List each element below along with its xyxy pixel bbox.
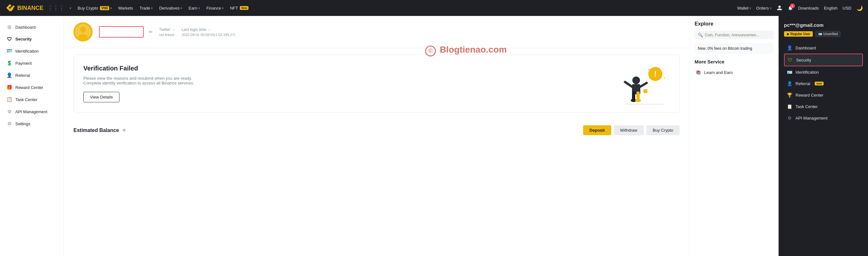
svg-line-26 (625, 82, 632, 87)
nav-finance[interactable]: Finance ▾ (204, 4, 226, 12)
profile-header: ✏ Twitter → not linked Last login time →… (64, 16, 689, 48)
sidebar-label-payment: Payment (15, 61, 32, 66)
sidebar-item-api[interactable]: ⚙ API Management (0, 106, 64, 118)
dropdown-referral[interactable]: 👤 Referral new (784, 78, 863, 89)
learn-earn-icon: 📚 (696, 70, 701, 75)
nav-markets[interactable]: Markets (116, 4, 135, 12)
unverified-badge: 🪪 Unverified (815, 31, 840, 37)
user-icon (777, 5, 782, 11)
avatar-image (75, 24, 91, 40)
twitter-link[interactable]: Twitter → (159, 28, 175, 32)
api-icon: ⚙ (6, 109, 12, 114)
dropdown-task-icon: 📋 (786, 104, 792, 109)
balance-left: Estimated Balance 👁 (73, 127, 126, 133)
svg-point-29 (635, 99, 641, 102)
sidebar-item-reward[interactable]: 🎁 Reward Center (0, 81, 64, 94)
id-badge-icon: 🪪 (818, 32, 822, 36)
nav-nft[interactable]: NFT New (227, 4, 251, 12)
learn-earn-link[interactable]: 📚 Learn and Earn (694, 68, 773, 77)
dropdown-reward-label: Reward Center (796, 93, 823, 98)
sidebar-item-task[interactable]: 📋 Task Center (0, 94, 64, 106)
dropdown-id-icon: 🪪 (786, 70, 792, 75)
main-content: ✏ Twitter → not linked Last login time →… (64, 16, 689, 256)
referral-icon: 👤 (6, 72, 12, 78)
svg-point-15 (80, 27, 86, 33)
svg-text:✦: ✦ (651, 80, 652, 82)
orders-link[interactable]: Orders ▾ (756, 6, 772, 10)
balance-eye-icon[interactable]: 👁 (122, 128, 126, 133)
topnav: BINANCE ⋮⋮⋮ ▾ Buy Crypto VND ▾ Markets T… (0, 0, 868, 16)
balance-section: Estimated Balance 👁 Deposit Withdraw Buy… (64, 119, 689, 142)
settings-icon: ⚙ (6, 121, 12, 126)
login-time-link[interactable]: Last login time → (182, 28, 235, 32)
dropdown-identification[interactable]: 🪪 Identification (784, 66, 863, 78)
user-icon-link[interactable] (777, 5, 782, 11)
theme-toggle[interactable]: 🌙 (857, 5, 863, 11)
search-input[interactable] (705, 33, 770, 37)
explore-panel: Explore 🔍 New: 0% fees on Bitcoin tradin… (689, 16, 779, 256)
twitter-label: Twitter → (159, 28, 175, 32)
user-email: pc***@gmail.com (784, 22, 863, 28)
dropdown-identification-label: Identification (796, 70, 819, 75)
logo-text: BINANCE (17, 5, 43, 11)
diamond-icon: ◆ (786, 32, 789, 36)
dropdown-security[interactable]: 🛡 Security (784, 53, 863, 66)
notification-bell[interactable]: 9 (787, 5, 793, 11)
nav-items: Buy Crypto VND ▾ Markets Trade ▾ Derivat… (75, 4, 733, 12)
logo[interactable]: BINANCE (5, 3, 43, 13)
login-label: Last login time → (182, 28, 211, 32)
dropdown-api[interactable]: ⚙ API Management (784, 112, 863, 124)
dropdown-reward-icon: 🏆 (786, 93, 792, 98)
user-badges: ◆ Regular User 🪪 Unverified (784, 31, 863, 37)
sidebar-item-payment[interactable]: 💲 Payment (0, 57, 64, 69)
nav-earn[interactable]: Earn ▾ (186, 4, 202, 12)
wallet-link[interactable]: Wallet ▾ (737, 6, 751, 10)
dashboard-icon: ⊞ (6, 24, 12, 30)
dropdown-task[interactable]: 📋 Task Center (784, 101, 863, 112)
topnav-right: Wallet ▾ Orders ▾ 9 Downloads English US… (737, 5, 863, 11)
twitter-status: not linked (159, 33, 175, 37)
nav-buy-crypto[interactable]: Buy Crypto VND ▾ (75, 4, 114, 12)
explore-promo[interactable]: New: 0% fees on Bitcoin trading (694, 43, 773, 54)
sidebar-label-identification: Identification (15, 49, 39, 53)
withdraw-button[interactable]: Withdraw (614, 125, 644, 135)
language-selector[interactable]: English (824, 6, 838, 10)
dropdown-referral-icon: 👤 (786, 81, 792, 86)
sidebar-item-security[interactable]: 🛡 Security (0, 33, 64, 45)
verification-section: Verification Failed Please view the reas… (73, 54, 680, 113)
nav-chevron-global[interactable]: ▾ (70, 6, 71, 10)
sidebar-label-reward: Reward Center (15, 85, 43, 90)
sidebar-item-settings[interactable]: ⚙ Settings (0, 118, 64, 130)
svg-rect-30 (644, 89, 647, 93)
downloads-link[interactable]: Downloads (798, 6, 819, 10)
trade-chevron: ▾ (151, 6, 153, 10)
deposit-button[interactable]: Deposit (583, 125, 611, 135)
currency-selector[interactable]: USD (843, 6, 851, 10)
balance-buttons: Deposit Withdraw Buy Crypto (583, 125, 680, 135)
verification-title: Verification Failed (83, 65, 194, 72)
sidebar-item-identification[interactable]: 🪪 Identification (0, 45, 64, 57)
sidebar-label-settings: Settings (15, 121, 30, 126)
buy-crypto-chevron: ▾ (110, 6, 112, 10)
nav-derivatives[interactable]: Derivatives ▾ (156, 4, 185, 12)
nav-trade[interactable]: Trade ▾ (137, 4, 155, 12)
finance-chevron: ▾ (222, 6, 223, 10)
search-box[interactable]: 🔍 (694, 31, 773, 39)
page-layout: ⊞ Dashboard 🛡 Security 🪪 Identification … (0, 16, 868, 256)
sidebar-item-referral[interactable]: 👤 Referral (0, 69, 64, 81)
referral-new-badge: new (815, 82, 824, 85)
buy-crypto-button[interactable]: Buy Crypto (646, 125, 680, 135)
edit-username-icon[interactable]: ✏ (149, 29, 153, 34)
dropdown-security-label: Security (796, 58, 811, 63)
binance-logo-icon (5, 3, 15, 13)
svg-text:✦: ✦ (663, 76, 665, 79)
view-details-button[interactable]: View Details (83, 92, 119, 102)
dropdown-reward[interactable]: 🏆 Reward Center (784, 89, 863, 101)
sidebar-item-dashboard[interactable]: ⊞ Dashboard (0, 21, 64, 33)
more-service-title: More Service (694, 59, 773, 64)
derivatives-chevron: ▾ (180, 6, 182, 10)
dropdown-dashboard[interactable]: 👤 Dashboard (784, 42, 863, 53)
username-box (99, 26, 144, 38)
dropdown-api-icon: ⚙ (786, 115, 792, 120)
grid-icon[interactable]: ⋮⋮⋮ (47, 4, 64, 11)
